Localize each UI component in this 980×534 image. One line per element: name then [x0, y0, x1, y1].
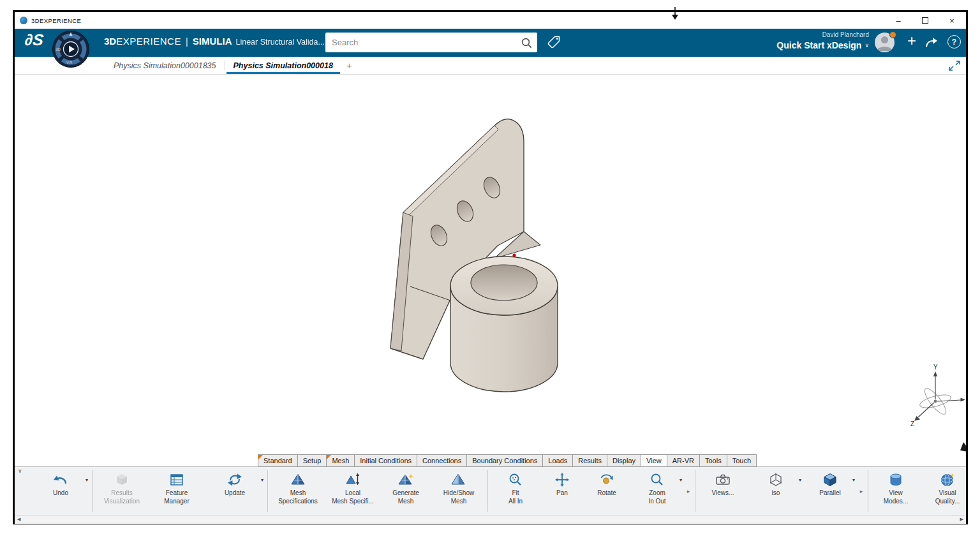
update-dropdown-caret[interactable]: ▾ [261, 477, 264, 483]
ribbon-tab-standard[interactable]: Standard [258, 454, 298, 467]
group-separator [267, 470, 268, 512]
cylinder-bore [471, 265, 537, 300]
doc-tab-2-label: Physics Simulation000018 [234, 61, 333, 70]
local-mesh-icon [345, 471, 360, 488]
close-button[interactable]: × [947, 17, 957, 25]
visual-quality-icon [940, 471, 955, 488]
window-controls: – × [893, 17, 961, 25]
tag-button[interactable] [546, 34, 561, 54]
update-icon [227, 471, 242, 488]
scroll-left-button[interactable]: ◀ [17, 517, 20, 522]
compass-icon: 3D V,R [52, 30, 90, 68]
mesh-specifications-button[interactable]: MeshSpecifications [270, 467, 326, 515]
ribbon-tab-ar-vr[interactable]: AR-VR [667, 454, 700, 467]
axis-z-label: Z [910, 420, 914, 427]
app-window: 3DEXPERIENCE – × ∂S 3DEXPERIENCE|SIMULIA… [13, 10, 968, 524]
iso-dropdown-caret[interactable]: ▾ [799, 477, 801, 483]
ribbon-tab-connections[interactable]: Connections [417, 454, 467, 467]
minimize-button[interactable]: – [893, 17, 903, 25]
collapse-actionbar-button[interactable]: ∨ [18, 468, 22, 474]
zoom-in-out-icon [650, 471, 665, 488]
hide-show-mesh-icon [451, 471, 466, 488]
view-modes-button[interactable]: ViewModes... [870, 467, 921, 515]
more-tools-expander[interactable]: ▸ [684, 467, 693, 515]
chevron-down-icon: ∨ [865, 42, 869, 48]
search-input[interactable] [325, 38, 521, 47]
share-icon [924, 36, 939, 50]
expand-arrows-icon [948, 60, 961, 71]
rotate-icon [599, 471, 614, 488]
horizontal-scrollbar[interactable]: ◀ ▶ [15, 515, 966, 524]
scene-svg[interactable]: Y X Z [15, 75, 966, 452]
doc-tab-1[interactable]: Physics Simulation00001835 [105, 57, 225, 74]
more-tools-expander[interactable]: ▸ [857, 467, 866, 515]
iso-view-button[interactable]: ▾ iso [748, 467, 803, 515]
title-bar: 3DEXPERIENCE – × [15, 12, 966, 29]
axis-y-label: Y [933, 364, 938, 371]
help-button[interactable]: ? [947, 35, 961, 48]
ribbon-tab-display[interactable]: Display [607, 454, 641, 467]
group-separator [868, 470, 868, 512]
search-icon[interactable] [521, 37, 532, 48]
scroll-right-button[interactable]: ▶ [960, 517, 963, 522]
doc-tab-1-label: Physics Simulation00001835 [114, 61, 216, 70]
ribbon-tab-boundary-conditions[interactable]: Boundary Conditions [466, 454, 543, 467]
document-tab-bar: Physics Simulation00001835 Physics Simul… [15, 57, 966, 75]
parallel-cube-icon [822, 471, 838, 488]
share-button[interactable] [924, 36, 939, 52]
undo-dropdown-caret[interactable]: ▾ [85, 477, 88, 483]
visual-quality-button[interactable]: VisualQuality... [921, 467, 974, 515]
top-bar: ∂S 3DEXPERIENCE|SIMULIALinear Structural… [15, 29, 966, 57]
desktop: 3DEXPERIENCE – × ∂S 3DEXPERIENCE|SIMULIA… [0, 0, 980, 534]
add-content-button[interactable]: + [907, 32, 916, 50]
3ds-logo[interactable]: ∂S [24, 31, 44, 49]
new-tab-button[interactable]: + [346, 57, 352, 74]
ribbon-tab-loads[interactable]: Loads [542, 454, 573, 467]
zoom-dropdown-caret[interactable]: ▾ [679, 477, 682, 483]
ribbon-tab-touch[interactable]: Touch [727, 454, 757, 467]
modified-flag-icon [327, 455, 331, 459]
generate-mesh-icon [398, 471, 413, 488]
undo-button[interactable]: ▾ Undo [31, 467, 90, 515]
group-separator [92, 470, 93, 512]
workspace-label: Quick Start xDesign [776, 40, 861, 50]
workspace-selector[interactable]: Quick Start xDesign ∨ [776, 40, 869, 50]
maximize-button[interactable] [920, 17, 930, 25]
fit-all-in-button[interactable]: FitAll In [490, 467, 541, 515]
feature-manager-button[interactable]: FeatureManager [149, 467, 204, 515]
search-box[interactable] [325, 33, 537, 52]
ribbon-tab-results[interactable]: Results [572, 454, 607, 467]
doc-tab-2-active[interactable]: Physics Simulation000018 [225, 57, 341, 74]
undo-icon [52, 471, 69, 488]
action-bar: ∨ ▾ Undo ResultsVisualization [15, 466, 966, 515]
viewport-3d[interactable]: Y X Z [15, 75, 966, 452]
brand-title: 3DEXPERIENCE|SIMULIALinear Structural Va… [104, 36, 325, 47]
brand-app: SIMULIA [193, 36, 232, 47]
avatar[interactable] [875, 33, 895, 52]
modified-flag-icon [258, 455, 263, 459]
model-3d-bracket[interactable] [390, 119, 558, 392]
ribbon-tab-setup[interactable]: Setup [297, 454, 327, 467]
hide-show-mesh-button[interactable]: Hide/ShowMesh [432, 467, 486, 515]
update-button[interactable]: ▾ Update [204, 467, 265, 515]
help-label: ? [952, 38, 956, 47]
local-mesh-specification-button[interactable]: LocalMesh Specifi... [326, 467, 380, 515]
expand-window-button[interactable] [948, 57, 961, 74]
zoom-in-out-button[interactable]: ▾ ZoomIn Out [630, 467, 684, 515]
brand-divider: | [186, 36, 188, 47]
ribbon-tab-view[interactable]: View [641, 454, 667, 467]
views-button[interactable]: Views... [697, 467, 748, 515]
ribbon-tab-mesh[interactable]: Mesh [326, 454, 355, 467]
ribbon-tab-tools[interactable]: Tools [699, 454, 727, 467]
results-visualization-icon [114, 471, 130, 488]
axes-triad[interactable]: Y X Z [910, 364, 966, 427]
ribbon-tab-initial-conditions[interactable]: Initial Conditions [354, 454, 417, 467]
rotate-button[interactable]: Rotate [583, 467, 630, 515]
generate-mesh-button[interactable]: GenerateMesh [380, 467, 432, 515]
maximize-icon [922, 17, 928, 24]
3d-compass[interactable]: 3D V,R [52, 30, 90, 68]
window-title: 3DEXPERIENCE [31, 17, 81, 24]
parallel-view-button[interactable]: ▾ Parallel [803, 467, 857, 515]
pan-button[interactable]: Pan [541, 467, 583, 515]
parallel-dropdown-caret[interactable]: ▾ [852, 477, 855, 483]
